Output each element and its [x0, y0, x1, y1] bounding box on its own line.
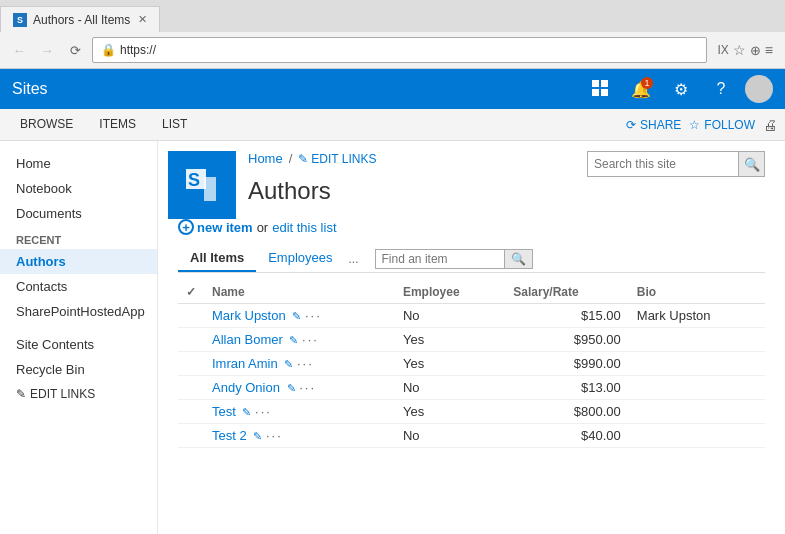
row-name: Test ✎ ··· — [204, 400, 395, 424]
address-search-text: IX — [717, 43, 728, 57]
item-edit-icon[interactable]: ✎ — [287, 382, 296, 395]
col-salary: Salary/Rate — [505, 281, 629, 304]
apps-icon[interactable] — [585, 73, 617, 105]
sidebar-item-home[interactable]: Home — [0, 151, 157, 176]
breadcrumb: Home / ✎ EDIT LINKS — [248, 151, 376, 166]
ribbon-tab-browse[interactable]: BROWSE — [8, 111, 85, 139]
name-link[interactable]: Mark Upston — [212, 308, 286, 323]
name-link[interactable]: Test 2 — [212, 428, 247, 443]
back-button[interactable]: ← — [8, 39, 30, 61]
settings-icon[interactable]: ⚙ — [665, 73, 697, 105]
search-box: 🔍 — [587, 151, 765, 177]
row-bio — [629, 328, 765, 352]
avatar[interactable] — [745, 75, 773, 103]
sidebar-item-authors[interactable]: Authors — [0, 249, 157, 274]
pin-icon[interactable]: ⊕ — [750, 43, 761, 58]
more-dots[interactable]: ··· — [266, 428, 283, 443]
row-employee: Yes — [395, 400, 505, 424]
row-salary: $13.00 — [505, 376, 629, 400]
new-item-button[interactable]: + new item — [178, 219, 253, 235]
sidebar-item-notebook[interactable]: Notebook — [0, 176, 157, 201]
breadcrumb-edit-links[interactable]: ✎ EDIT LINKS — [298, 152, 376, 166]
edit-list-link[interactable]: edit this list — [272, 220, 336, 235]
browser-addressbar: ← → ⟳ 🔒 https:// IX ☆ ⊕ ≡ — [0, 32, 785, 68]
item-edit-icon[interactable]: ✎ — [242, 406, 251, 419]
address-box[interactable]: 🔒 https:// — [92, 37, 707, 63]
browser-tab[interactable]: S Authors - All Items ✕ — [0, 6, 160, 32]
table-row: Imran Amin ✎ ··· Yes $990.00 — [178, 352, 765, 376]
row-employee: No — [395, 376, 505, 400]
row-salary: $990.00 — [505, 352, 629, 376]
col-bio: Bio — [629, 281, 765, 304]
sidebar-item-contacts[interactable]: Contacts — [0, 274, 157, 299]
more-dots[interactable]: ··· — [302, 332, 319, 347]
view-tab-employees[interactable]: Employees — [256, 245, 344, 272]
site-header: S Home / ✎ EDIT LINKS — [158, 141, 785, 219]
search-input[interactable] — [588, 155, 738, 173]
item-edit-icon[interactable]: ✎ — [284, 358, 293, 371]
row-check — [178, 400, 204, 424]
name-link[interactable]: Test — [212, 404, 236, 419]
search-button[interactable]: 🔍 — [738, 152, 764, 176]
top-navigation: Sites 🔔 1 ⚙ ? — [0, 69, 785, 109]
item-edit-icon[interactable]: ✎ — [253, 430, 262, 443]
header-right: Home / ✎ EDIT LINKS 🔍 Authors — [248, 151, 765, 217]
name-link[interactable]: Imran Amin — [212, 356, 278, 371]
data-table: ✓ Name Employee Salary/Rate Bio Mark Ups… — [178, 281, 765, 448]
print-icon[interactable]: 🖨 — [763, 117, 777, 133]
find-item-button[interactable]: 🔍 — [505, 249, 533, 269]
row-bio: Mark Upston — [629, 304, 765, 328]
item-edit-icon[interactable]: ✎ — [289, 334, 298, 347]
sidebar-edit-links-button[interactable]: ✎ EDIT LINKS — [0, 382, 157, 406]
table-row: Test 2 ✎ ··· No $40.00 — [178, 424, 765, 448]
refresh-button[interactable]: ⟳ — [64, 39, 86, 61]
notification-badge: 1 — [641, 77, 653, 89]
row-check — [178, 376, 204, 400]
pencil-icon-small: ✎ — [298, 152, 308, 166]
follow-button[interactable]: ☆ FOLLOW — [689, 118, 755, 132]
more-dots[interactable]: ··· — [297, 356, 314, 371]
pencil-icon: ✎ — [16, 387, 26, 401]
ribbon-right-actions: ⟳ SHARE ☆ FOLLOW 🖨 — [626, 117, 777, 133]
name-link[interactable]: Andy Onion — [212, 380, 280, 395]
row-check — [178, 328, 204, 352]
more-dots[interactable]: ··· — [255, 404, 272, 419]
svg-rect-0 — [592, 80, 599, 87]
sidebar-item-site-contents[interactable]: Site Contents — [0, 332, 157, 357]
find-item-input[interactable] — [375, 249, 505, 269]
forward-button[interactable]: → — [36, 39, 58, 61]
more-dots[interactable]: ··· — [299, 380, 316, 395]
menu-icon[interactable]: ≡ — [765, 42, 773, 58]
svg-rect-1 — [601, 80, 608, 87]
tab-title: Authors - All Items — [33, 13, 132, 27]
sidebar-item-recycle-bin[interactable]: Recycle Bin — [0, 357, 157, 382]
more-dots[interactable]: ··· — [305, 308, 322, 323]
site-title: Sites — [12, 80, 575, 98]
help-icon[interactable]: ? — [705, 73, 737, 105]
table-row: Mark Upston ✎ ··· No $15.00 Mark Upston — [178, 304, 765, 328]
breadcrumb-home[interactable]: Home — [248, 151, 283, 166]
sidebar-item-sharepointhostedapp[interactable]: SharePointHostedApp — [0, 299, 157, 324]
view-tab-more[interactable]: ... — [345, 247, 363, 271]
name-link[interactable]: Allan Bomer — [212, 332, 283, 347]
edit-links-label: EDIT LINKS — [30, 387, 95, 401]
star-icon[interactable]: ☆ — [733, 42, 746, 58]
row-check — [178, 424, 204, 448]
edit-links-text: EDIT LINKS — [311, 152, 376, 166]
address-text: https:// — [120, 43, 156, 57]
ribbon-tab-list[interactable]: LIST — [150, 111, 199, 139]
table-row: Allan Bomer ✎ ··· Yes $950.00 — [178, 328, 765, 352]
tab-close-icon[interactable]: ✕ — [138, 13, 147, 26]
sidebar-item-documents[interactable]: Documents — [0, 201, 157, 226]
share-label: SHARE — [640, 118, 681, 132]
sidebar-recent-section: Recent — [0, 226, 157, 249]
row-employee: No — [395, 424, 505, 448]
ribbon-tab-items[interactable]: ITEMS — [87, 111, 148, 139]
row-employee: Yes — [395, 328, 505, 352]
plus-circle-icon: + — [178, 219, 194, 235]
item-edit-icon[interactable]: ✎ — [292, 310, 301, 323]
notifications-icon[interactable]: 🔔 1 — [625, 73, 657, 105]
page-layout: Home Notebook Documents Recent Authors C… — [0, 141, 785, 534]
share-button[interactable]: ⟳ SHARE — [626, 118, 681, 132]
view-tab-all-items[interactable]: All Items — [178, 245, 256, 272]
